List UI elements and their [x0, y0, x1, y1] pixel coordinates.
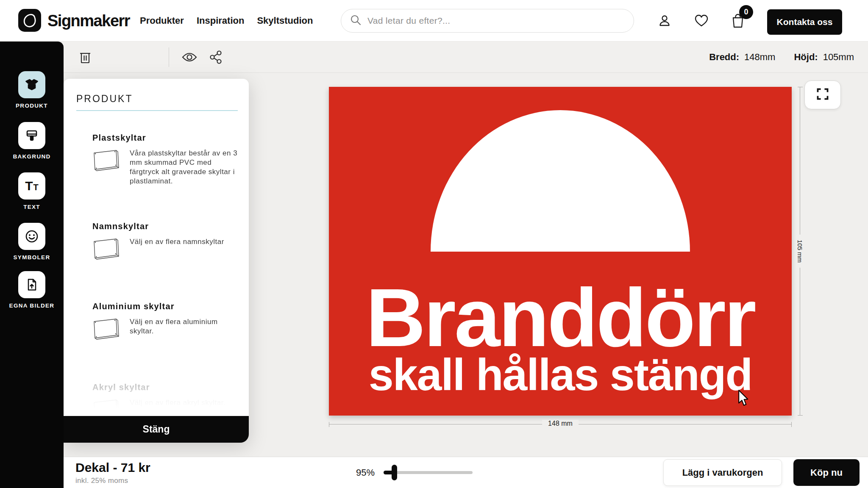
- zoom-slider[interactable]: [384, 471, 473, 474]
- product-option-plastskyltar[interactable]: Plastskyltar Våra plastskyltar består av…: [76, 133, 238, 186]
- product-option-title: Plastskyltar: [92, 133, 238, 143]
- search-input[interactable]: [367, 16, 625, 26]
- signmaker-studio-page: Signmakerr Produkter Inspiration Skyltst…: [0, 0, 868, 488]
- text-icon: TT: [18, 172, 45, 200]
- toolbar-divider: [169, 47, 169, 67]
- product-option-description: Välj en av flera akryl skyltar.: [130, 398, 238, 408]
- height-value: 105mm: [823, 52, 854, 63]
- sign-dome-symbol[interactable]: [431, 110, 690, 252]
- sidebar-item-egna-bilder[interactable]: EGNA BILDER: [0, 271, 64, 309]
- product-option-akryl-skyltar[interactable]: Akryl skyltar Välj en av flera akryl sky…: [76, 383, 238, 416]
- panel-title-underline: [76, 110, 238, 111]
- sign-thumbnail-icon: [92, 237, 120, 262]
- sign-thumbnail-icon: [92, 317, 120, 342]
- nav-produkter[interactable]: Produkter: [140, 15, 184, 26]
- sign-thumbnail-icon: [92, 398, 120, 416]
- studio-sidebar: PRODUKT BAKGRUND TT TEXT SYMBOLER EGNA B…: [0, 42, 64, 488]
- add-to-cart-button[interactable]: Lägg i varukorgen: [663, 459, 782, 486]
- share-icon[interactable]: [209, 42, 223, 73]
- search-bar[interactable]: [341, 9, 634, 33]
- product-option-title: Aluminium skyltar: [92, 302, 238, 311]
- close-panel-button[interactable]: Stäng: [64, 416, 249, 443]
- preview-eye-icon[interactable]: [181, 42, 198, 73]
- delete-trash-icon[interactable]: [79, 42, 92, 73]
- image-upload-icon: [18, 271, 45, 298]
- width-value: 148mm: [744, 52, 775, 63]
- contact-button[interactable]: Kontakta oss: [767, 9, 842, 35]
- smiley-icon: [18, 223, 45, 250]
- brand-name[interactable]: Signmakerr: [47, 0, 130, 42]
- product-option-description: Välj en av flera namnskyltar: [130, 237, 238, 247]
- brand-logo-icon[interactable]: [18, 9, 41, 32]
- zoom-slider-thumb[interactable]: [392, 465, 397, 480]
- sign-canvas[interactable]: Branddörr skall hållas stängd: [329, 87, 792, 416]
- product-panel-body: PRODUKT Plastskyltar Våra plastskyltar b…: [64, 79, 249, 416]
- account-icon[interactable]: [657, 0, 672, 42]
- sidebar-item-label: TEXT: [0, 204, 64, 210]
- sidebar-item-text[interactable]: TT TEXT: [0, 172, 64, 210]
- product-option-title: Namnskyltar: [92, 222, 238, 231]
- width-dimension-label: 148 mm: [542, 420, 579, 427]
- product-option-aluminium-skyltar[interactable]: Aluminium skyltar Välj en av flera alumi…: [76, 302, 238, 342]
- height-dimension-label: 105 mm: [796, 235, 804, 268]
- editor-toolbar: Bredd: 148mm Höjd: 105mm: [64, 42, 868, 73]
- vat-note: inkl. 25% moms: [75, 477, 128, 485]
- sidebar-item-label: EGNA BILDER: [0, 302, 64, 309]
- fullscreen-expand-icon: [816, 87, 829, 103]
- sidebar-item-symboler[interactable]: SYMBOLER: [0, 223, 64, 261]
- panel-title: PRODUKT: [76, 93, 238, 105]
- product-option-description: Våra plastskyltar består av en 3 mm skum…: [130, 149, 238, 186]
- favorites-heart-icon[interactable]: [694, 0, 709, 42]
- product-price: Dekal - 71 kr: [75, 460, 150, 475]
- product-option-namnskyltar[interactable]: Namnskyltar Välj en av flera namnskyltar: [76, 222, 238, 262]
- sign-text-line1[interactable]: Branddörr: [329, 276, 792, 359]
- product-option-description: Välj en av flera aluminium skyltar.: [130, 317, 238, 336]
- fullscreen-button[interactable]: [804, 80, 841, 109]
- search-icon: [350, 14, 362, 28]
- height-label: Höjd:: [794, 52, 818, 63]
- sidebar-item-produkt[interactable]: PRODUKT: [0, 71, 64, 109]
- sign-thumbnail-icon: [92, 149, 120, 173]
- sidebar-item-label: SYMBOLER: [0, 254, 64, 261]
- product-panel: PRODUKT Plastskyltar Våra plastskyltar b…: [64, 79, 249, 443]
- paint-icon: [18, 122, 45, 149]
- width-label: Bredd:: [709, 52, 739, 63]
- main-nav: Produkter Inspiration Skyltstudion: [140, 0, 313, 42]
- nav-skyltstudion[interactable]: Skyltstudion: [257, 15, 313, 26]
- zoom-percentage: 95%: [356, 457, 375, 488]
- sidebar-item-label: PRODUKT: [0, 103, 64, 109]
- nav-inspiration[interactable]: Inspiration: [197, 15, 244, 26]
- product-option-title: Akryl skyltar: [92, 383, 238, 392]
- sidebar-item-bakgrund[interactable]: BAKGRUND: [0, 122, 64, 160]
- cart-count-badge: 0: [739, 5, 753, 19]
- sign-text-line2[interactable]: skall hållas stängd: [329, 352, 792, 397]
- sign-dimensions-readout: Bredd: 148mm Höjd: 105mm: [709, 42, 854, 73]
- sidebar-item-label: BAKGRUND: [0, 153, 64, 160]
- box-icon: [18, 71, 45, 98]
- footer-bar: Dekal - 71 kr inkl. 25% moms 95% Lägg i …: [64, 457, 868, 488]
- header: Signmakerr Produkter Inspiration Skyltst…: [0, 0, 868, 42]
- buy-now-button[interactable]: Köp nu: [793, 459, 860, 486]
